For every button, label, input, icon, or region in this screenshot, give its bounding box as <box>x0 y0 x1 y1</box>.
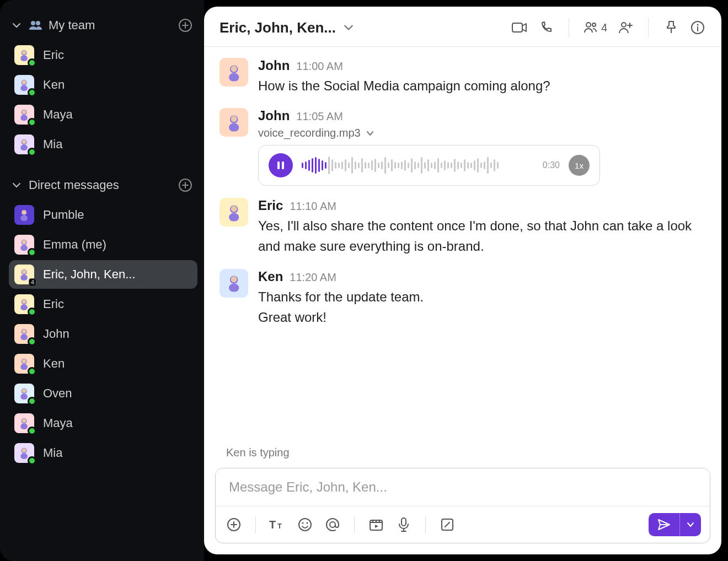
info-icon[interactable] <box>689 19 706 36</box>
dm-item[interactable]: Oven <box>9 379 197 408</box>
divider <box>425 516 426 533</box>
add-member-icon[interactable] <box>617 19 634 36</box>
chat-header: Eric, John, Ken... 4 <box>204 7 721 47</box>
send-button[interactable] <box>649 513 701 536</box>
svg-rect-17 <box>21 215 28 221</box>
svg-rect-32 <box>21 364 28 370</box>
record-video-icon[interactable] <box>367 515 386 534</box>
svg-rect-53 <box>229 123 239 132</box>
shortcut-icon[interactable] <box>438 515 457 534</box>
svg-point-67 <box>302 522 304 524</box>
message-list: John 11:00 AM How is the Social Media ca… <box>204 47 721 444</box>
avatar <box>14 75 34 95</box>
svg-rect-61 <box>229 284 239 292</box>
playback-speed-button[interactable]: 1x <box>569 155 590 176</box>
chevron-down-icon <box>11 181 22 190</box>
sidebar: My team Eric Ken <box>0 0 204 561</box>
add-team-icon[interactable] <box>178 18 193 33</box>
avatar <box>14 235 34 255</box>
typing-indicator: Ken is typing <box>204 444 721 465</box>
team-member-item[interactable]: Ken <box>9 71 197 99</box>
avatar <box>220 108 248 137</box>
audio-duration: 0:30 <box>543 160 560 170</box>
dm-item-name: Maya <box>43 416 73 430</box>
attachment-filename-row[interactable]: voice_recording.mp3 <box>258 127 706 139</box>
team-member-item[interactable]: Mia <box>9 130 197 159</box>
divider <box>255 516 256 533</box>
svg-point-45 <box>592 23 596 26</box>
presence-indicator <box>28 367 36 376</box>
dm-item[interactable]: Maya <box>9 409 197 438</box>
svg-rect-41 <box>21 454 28 459</box>
svg-rect-56 <box>282 161 284 169</box>
video-call-icon[interactable] <box>511 19 528 36</box>
svg-rect-43 <box>512 23 522 32</box>
team-member-list: Eric Ken Maya Mia <box>9 41 197 159</box>
mention-icon[interactable] <box>323 515 342 534</box>
add-dm-icon[interactable] <box>178 177 193 193</box>
dm-item-name: Oven <box>43 386 72 401</box>
presence-indicator <box>28 248 36 257</box>
divider <box>648 18 649 37</box>
attach-icon[interactable] <box>224 515 243 534</box>
dm-item-name: Emma (me) <box>43 238 106 252</box>
dm-item[interactable]: Ken <box>9 349 197 378</box>
svg-point-11 <box>22 110 26 115</box>
dm-item[interactable]: John <box>9 320 197 348</box>
send-options-icon[interactable] <box>679 513 701 536</box>
svg-point-5 <box>22 51 26 55</box>
dm-item[interactable]: Emma (me) <box>9 230 197 259</box>
avatar <box>14 354 34 374</box>
emoji-icon[interactable] <box>296 515 314 534</box>
svg-text:T: T <box>269 519 276 531</box>
pause-button[interactable] <box>269 153 293 177</box>
svg-rect-29 <box>21 335 28 340</box>
svg-point-69 <box>330 522 335 527</box>
svg-rect-50 <box>229 73 239 82</box>
dm-section-header[interactable]: Direct messages <box>9 173 197 197</box>
chat-title-button[interactable]: Eric, John, Ken... <box>220 19 502 36</box>
message-time: 11:05 AM <box>296 110 343 123</box>
team-section-label: My team <box>49 18 95 33</box>
message: Eric 11:10 AM Yes, I'll also share the c… <box>220 198 706 256</box>
avatar <box>14 45 34 65</box>
avatar <box>14 324 34 344</box>
message: Ken 11:20 AM Thanks for the update team.… <box>220 269 706 327</box>
dm-item-name: John <box>43 327 69 341</box>
audio-waveform[interactable] <box>302 154 534 176</box>
pin-icon[interactable] <box>663 19 679 36</box>
member-count[interactable]: 4 <box>584 21 607 34</box>
svg-rect-23 <box>21 275 28 280</box>
message-author: Ken <box>258 269 283 284</box>
dm-item[interactable]: Eric <box>9 290 197 319</box>
message-time: 11:20 AM <box>290 271 336 284</box>
dm-item[interactable]: Mia <box>9 439 197 467</box>
svg-point-42 <box>22 449 26 453</box>
audio-call-icon[interactable] <box>538 19 554 36</box>
dm-section-label: Direct messages <box>29 178 119 192</box>
svg-point-68 <box>307 522 308 524</box>
team-member-name: Maya <box>43 107 73 122</box>
team-section-header[interactable]: My team <box>9 13 197 37</box>
dm-item[interactable]: Pumble <box>9 201 197 229</box>
message-time: 11:00 AM <box>296 60 343 73</box>
svg-rect-38 <box>21 424 28 429</box>
svg-point-36 <box>22 389 26 393</box>
avatar <box>14 384 34 403</box>
message-input[interactable] <box>216 468 710 506</box>
team-member-item[interactable]: Eric <box>9 41 197 69</box>
svg-point-1 <box>36 21 40 25</box>
avatar <box>14 134 34 154</box>
svg-point-54 <box>231 116 237 122</box>
avatar <box>14 105 34 125</box>
team-member-item[interactable]: Maya <box>9 100 197 129</box>
message-author: Eric <box>258 198 283 213</box>
message-text: Thanks for the update team.Great work! <box>258 287 706 327</box>
format-icon[interactable]: TT <box>268 515 287 534</box>
svg-rect-10 <box>21 115 28 121</box>
dm-item[interactable]: 4 Eric, John, Ken... <box>9 260 197 289</box>
send-icon <box>649 513 679 536</box>
svg-point-8 <box>22 80 26 85</box>
record-audio-icon[interactable] <box>394 515 413 534</box>
svg-point-39 <box>22 419 26 423</box>
